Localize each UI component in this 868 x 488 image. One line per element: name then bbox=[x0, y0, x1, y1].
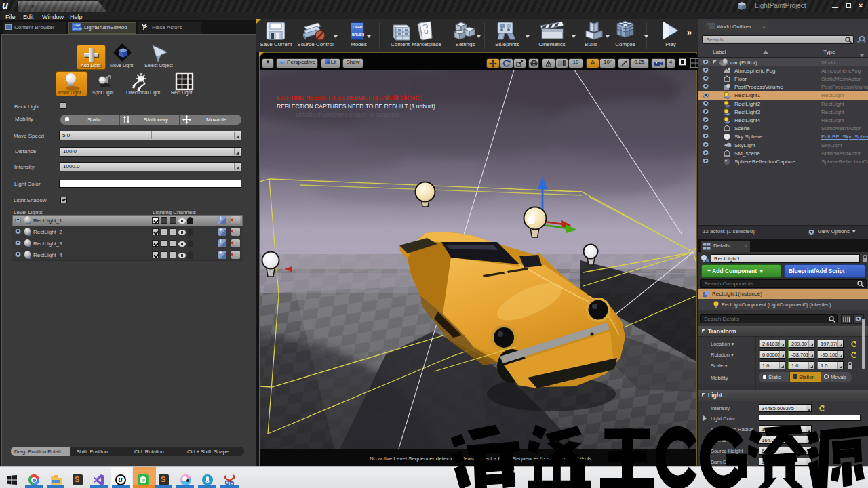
svg-text:U: U bbox=[424, 28, 429, 35]
svg-text:REFLECTION CAPTURES NEED TO BE: REFLECTION CAPTURES NEED TO BE REBUILT (… bbox=[277, 103, 435, 110]
svg-text:LIGHTING NEEDS TO BE REBUILT (: LIGHTING NEEDS TO BE REBUILT (4 unbuilt … bbox=[277, 94, 422, 101]
svg-text:'DisableAllScreenMessages' to: 'DisableAllScreenMessages' to suppress bbox=[295, 111, 399, 118]
